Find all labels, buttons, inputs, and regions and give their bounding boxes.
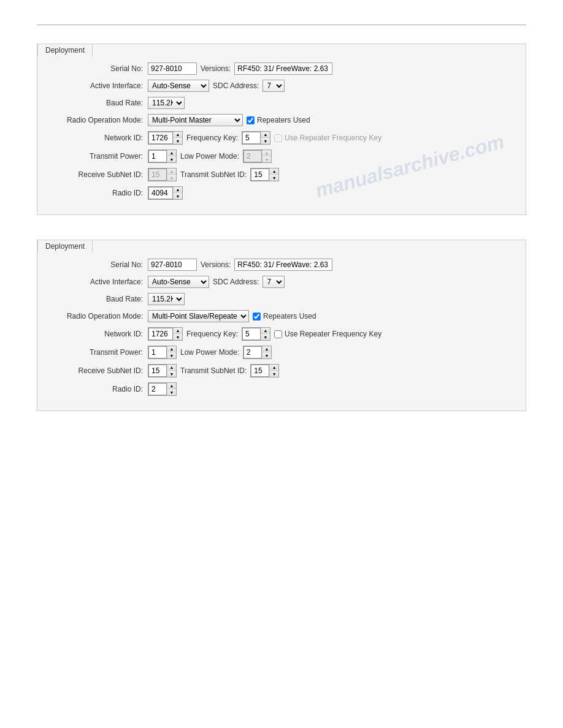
deployment-panel-2: Deployment Serial No: Versions: Active I… [37,240,526,411]
use-repeater-freq-checkbox[interactable] [274,134,282,142]
network-id-down[interactable]: ▼ [174,138,182,144]
low-power2-spinner: ▲ ▼ [243,346,272,359]
low-power-input[interactable] [243,150,262,162]
radio-mode2-select[interactable]: Multi-Point Slave/Repeater Multi-Point M… [148,310,249,322]
baud2-label: Baud Rate: [50,295,148,303]
radio-id2-spin-buttons: ▲ ▼ [167,383,176,395]
network-id-up[interactable]: ▲ [174,132,182,138]
radio-mode-field: Multi-Point Master Multi-Point Slave/Rep… [148,114,310,126]
radio-id2-up[interactable]: ▲ [167,383,176,389]
freq-key-up[interactable]: ▲ [261,132,270,138]
freq-key-down[interactable]: ▼ [261,138,270,144]
radio-mode2-label: Radio Operation Mode: [50,312,148,320]
sdc2-label: SDC Address: [213,278,259,286]
freq-key2-down[interactable]: ▼ [261,334,270,340]
freq-key2-input[interactable] [242,328,261,340]
row-subnet: Receive SubNet ID: ▲ ▼ Transmit SubNet I… [50,168,513,181]
radio-id-down[interactable]: ▼ [174,193,182,199]
tx-power-down[interactable]: ▼ [167,156,176,162]
use-repeater-freq2-checkbox[interactable] [274,330,282,338]
tx-power2-input[interactable] [148,346,167,358]
network-id-spinner: ▲ ▼ [148,131,183,145]
baud2-select[interactable]: 115.2K 9600 [148,293,185,305]
radio-mode-select[interactable]: Multi-Point Master Multi-Point Slave/Rep… [148,114,243,126]
network-id2-down[interactable]: ▼ [174,334,182,340]
tx-subnet2-down[interactable]: ▼ [270,371,278,377]
repeaters2-used-group: Repeaters Used [253,312,316,320]
row2-radio-id: Radio ID: ▲ ▼ [50,382,513,396]
use-repeater-freq2-label: Use Repeater Frequency Key [285,330,381,338]
tx-power2-spin-buttons: ▲ ▼ [167,346,176,358]
sdc2-select[interactable]: 7 0 [262,276,285,288]
rx-subnet2-input[interactable] [148,365,167,377]
row2-baud: Baud Rate: 115.2K 9600 [50,293,513,305]
radio-id2-down[interactable]: ▼ [167,389,176,395]
row-radio-mode: Radio Operation Mode: Multi-Point Master… [50,114,513,126]
sdc-select[interactable]: 7 012 [262,80,285,92]
repeaters-used-checkbox[interactable] [247,116,255,124]
tx-power-field: ▲ ▼ Low Power Mode: ▲ ▼ [148,150,272,163]
radio-id2-field: ▲ ▼ [148,382,177,396]
serial-input[interactable] [148,63,197,75]
tx-power-input[interactable] [148,150,167,162]
rx-subnet2-down[interactable]: ▼ [167,371,176,377]
row2-interface: Active Interface: Auto-Sense RS-232 SDC … [50,276,513,288]
radio-id-label: Radio ID: [50,189,148,197]
baud-label: Baud Rate: [50,99,148,107]
network-id-input[interactable] [148,132,173,144]
low-power2-input[interactable] [243,346,262,358]
repeaters-used-group: Repeaters Used [247,116,310,124]
versions2-input[interactable] [234,259,332,271]
tx-subnet2-spinner: ▲ ▼ [250,364,279,377]
freq-key-input[interactable] [242,132,261,144]
tx-power2-down[interactable]: ▼ [167,352,176,358]
low-power-spinner: ▲ ▼ [243,150,272,163]
tx-subnet-spinner: ▲ ▼ [250,168,279,181]
serial2-input[interactable] [148,259,197,271]
low-power-down[interactable]: ▼ [262,156,271,162]
rx-subnet-up[interactable]: ▲ [167,169,176,175]
interface-select[interactable]: Auto-Sense RS-232 RS-485 [148,80,209,92]
network-id-spin-buttons: ▲ ▼ [173,132,182,144]
freq-key-spin-buttons: ▲ ▼ [261,132,270,144]
tx-subnet2-up[interactable]: ▲ [270,365,278,371]
panel-1-tab[interactable]: Deployment [37,44,93,57]
tx-subnet-down[interactable]: ▼ [270,175,278,181]
repeaters2-used-checkbox[interactable] [253,313,261,320]
low-power-up[interactable]: ▲ [262,150,271,156]
interface2-select[interactable]: Auto-Sense RS-232 [148,276,209,288]
baud-select[interactable]: 115.2K 9600 19.2K [148,97,185,109]
radio-id2-label: Radio ID: [50,385,148,393]
radio-id2-input[interactable] [148,383,167,395]
tx-subnet-up[interactable]: ▲ [270,169,278,175]
versions-input[interactable] [234,63,332,75]
network-id2-spin-buttons: ▲ ▼ [173,328,182,340]
tx-power-up[interactable]: ▲ [167,150,176,156]
low-power2-label: Low Power Mode: [180,348,239,357]
baud2-field: 115.2K 9600 [148,293,185,305]
rx-subnet-down[interactable]: ▼ [167,175,176,181]
panel-2-tab[interactable]: Deployment [37,240,93,253]
rx-subnet2-up[interactable]: ▲ [167,365,176,371]
rx-subnet-input[interactable] [148,169,167,181]
tx-subnet-spin-buttons: ▲ ▼ [269,169,278,181]
serial2-field: Versions: [148,259,332,271]
use-repeater-freq-group: Use Repeater Frequency Key [274,134,381,142]
rx-subnet2-spin-buttons: ▲ ▼ [167,365,176,377]
network-id2-input[interactable] [148,328,173,340]
low-power2-up[interactable]: ▲ [262,346,271,352]
page-container: Deployment Serial No: Versions: Active I… [12,12,551,448]
tx-subnet-label: Transmit SubNet ID: [180,170,247,179]
versions2-label: Versions: [201,260,231,269]
row2-radio-mode: Radio Operation Mode: Multi-Point Slave/… [50,310,513,322]
low-power2-down[interactable]: ▼ [262,352,271,358]
network-id2-up[interactable]: ▲ [174,328,182,334]
radio-id-input[interactable] [148,187,173,199]
freq-key2-up[interactable]: ▲ [261,328,270,334]
radio-id-up[interactable]: ▲ [174,187,182,193]
network-id2-field: ▲ ▼ Frequency Key: ▲ ▼ Use [148,327,381,341]
tx-power2-label: Transmit Power: [50,348,148,357]
tx-power2-up[interactable]: ▲ [167,346,176,352]
tx-subnet2-input[interactable] [251,365,269,377]
tx-subnet-input[interactable] [251,169,269,181]
